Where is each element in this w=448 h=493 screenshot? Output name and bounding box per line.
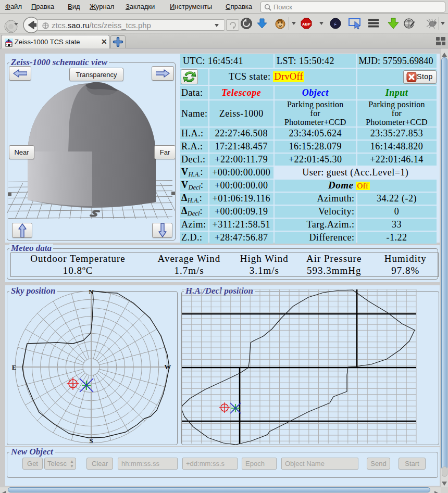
svg-text:E: E	[12, 363, 17, 371]
svg-text:N: N	[89, 289, 94, 296]
svg-text:W: W	[165, 363, 171, 371]
svg-text:S: S	[89, 437, 93, 445]
svg-text:ABP: ABP	[302, 22, 310, 27]
